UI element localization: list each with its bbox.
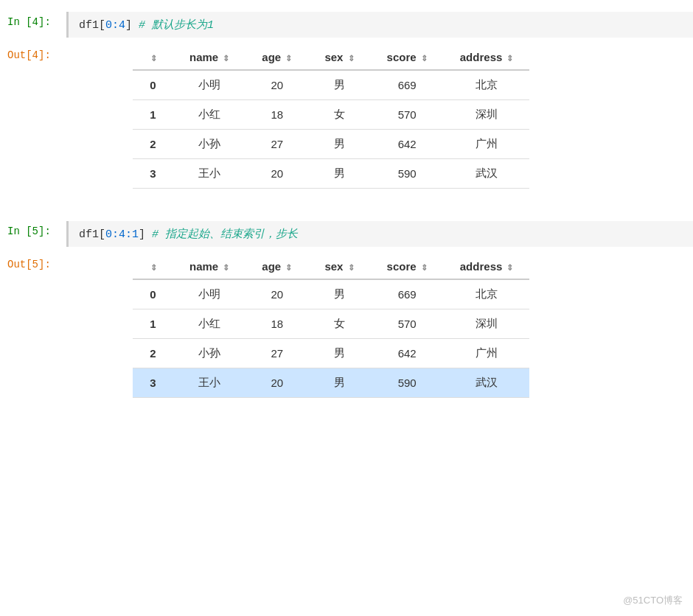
row-cell: 王小 xyxy=(173,368,245,398)
dataframe-table-cell4: ⇕name ⇕age ⇕sex ⇕score ⇕address ⇕0小明20男6… xyxy=(133,45,529,189)
row-cell: 男 xyxy=(308,130,370,159)
col-header-index[interactable]: ⇕ xyxy=(133,254,173,279)
code-box-cell4: df1[0:4] # 默认步长为1 xyxy=(66,12,693,38)
row-cell: 27 xyxy=(245,130,308,159)
col-header-age[interactable]: age ⇕ xyxy=(245,45,308,70)
row-cell: 590 xyxy=(371,368,444,398)
input-row-cell4: In [4]:df1[0:4] # 默认步长为1 xyxy=(0,7,693,42)
col-header-name[interactable]: name ⇕ xyxy=(173,45,245,70)
row-cell: 18 xyxy=(245,100,308,130)
code-text: ] xyxy=(125,19,132,32)
col-header-score[interactable]: score ⇕ xyxy=(371,45,444,70)
row-cell: 20 xyxy=(245,70,308,100)
code-text: df1[ xyxy=(79,228,105,241)
row-cell: 27 xyxy=(245,339,308,368)
col-header-score[interactable]: score ⇕ xyxy=(371,254,444,279)
row-cell: 男 xyxy=(308,159,370,189)
table-row: 1小红18女570深圳 xyxy=(133,100,529,130)
prompt-out-cell4: Out[4]: xyxy=(0,45,66,66)
prompt-out-cell5: Out[5]: xyxy=(0,254,66,275)
row-index: 1 xyxy=(133,100,173,130)
row-cell: 小明 xyxy=(173,70,245,100)
table-wrapper-cell5: ⇕name ⇕age ⇕sex ⇕score ⇕address ⇕0小明20男6… xyxy=(66,254,693,398)
col-header-address[interactable]: address ⇕ xyxy=(444,45,530,70)
code-comment: # 指定起始、结束索引，步长 xyxy=(145,228,298,241)
row-index: 1 xyxy=(133,309,173,339)
row-cell: 男 xyxy=(308,70,370,100)
row-cell: 小孙 xyxy=(173,339,245,368)
row-cell: 武汉 xyxy=(444,159,530,189)
table-row: 3王小20男590武汉 xyxy=(133,368,529,398)
row-cell: 570 xyxy=(371,309,444,339)
code-num: 0:4:1 xyxy=(105,228,139,241)
table-row: 0小明20男669北京 xyxy=(133,70,529,100)
row-cell: 王小 xyxy=(173,159,245,189)
table-wrapper-cell4: ⇕name ⇕age ⇕sex ⇕score ⇕address ⇕0小明20男6… xyxy=(66,45,693,189)
row-cell: 18 xyxy=(245,309,308,339)
row-cell: 北京 xyxy=(444,70,530,100)
code-comment: # 默认步长为1 xyxy=(132,19,214,32)
row-cell: 590 xyxy=(371,159,444,189)
col-header-index[interactable]: ⇕ xyxy=(133,45,173,70)
row-index: 0 xyxy=(133,70,173,100)
output-row-cell4: Out[4]:⇕name ⇕age ⇕sex ⇕score ⇕address ⇕… xyxy=(0,42,693,196)
prompt-in-cell5: In [5]: xyxy=(0,221,66,242)
row-cell: 男 xyxy=(308,279,370,309)
input-row-cell5: In [5]:df1[0:4:1] # 指定起始、结束索引，步长 xyxy=(0,217,693,251)
code-text: df1[ xyxy=(79,19,105,32)
table-row: 2小孙27男642广州 xyxy=(133,339,529,368)
row-cell: 深圳 xyxy=(444,100,530,130)
row-index: 3 xyxy=(133,368,173,398)
row-cell: 武汉 xyxy=(444,368,530,398)
row-cell: 小红 xyxy=(173,309,245,339)
row-index: 0 xyxy=(133,279,173,309)
row-cell: 北京 xyxy=(444,279,530,309)
row-cell: 男 xyxy=(308,368,370,398)
table-row: 0小明20男669北京 xyxy=(133,279,529,309)
row-cell: 广州 xyxy=(444,339,530,368)
col-header-sex[interactable]: sex ⇕ xyxy=(308,254,370,279)
col-header-address[interactable]: address ⇕ xyxy=(444,254,530,279)
row-index: 2 xyxy=(133,130,173,159)
row-index: 2 xyxy=(133,339,173,368)
row-cell: 男 xyxy=(308,339,370,368)
col-header-sex[interactable]: sex ⇕ xyxy=(308,45,370,70)
row-cell: 642 xyxy=(371,130,444,159)
table-row: 1小红18女570深圳 xyxy=(133,309,529,339)
code-box-cell5: df1[0:4:1] # 指定起始、结束索引，步长 xyxy=(66,221,693,247)
row-index: 3 xyxy=(133,159,173,189)
col-header-age[interactable]: age ⇕ xyxy=(245,254,308,279)
row-cell: 570 xyxy=(371,100,444,130)
output-row-cell5: Out[5]:⇕name ⇕age ⇕sex ⇕score ⇕address ⇕… xyxy=(0,251,693,405)
row-cell: 20 xyxy=(245,279,308,309)
row-cell: 20 xyxy=(245,368,308,398)
notebook: In [4]:df1[0:4] # 默认步长为1Out[4]:⇕name ⇕ag… xyxy=(0,7,693,419)
row-cell: 女 xyxy=(308,309,370,339)
cell-cell5: In [5]:df1[0:4:1] # 指定起始、结束索引，步长Out[5]:⇕… xyxy=(0,217,693,419)
row-cell: 小孙 xyxy=(173,130,245,159)
code-num: 0:4 xyxy=(105,19,125,32)
prompt-in-cell4: In [4]: xyxy=(0,12,66,32)
row-cell: 小明 xyxy=(173,279,245,309)
row-cell: 20 xyxy=(245,159,308,189)
row-cell: 女 xyxy=(308,100,370,130)
cell-cell4: In [4]:df1[0:4] # 默认步长为1Out[4]:⇕name ⇕ag… xyxy=(0,7,693,209)
row-cell: 669 xyxy=(371,70,444,100)
code-text: ] xyxy=(139,228,145,241)
row-cell: 广州 xyxy=(444,130,530,159)
col-header-name[interactable]: name ⇕ xyxy=(173,254,245,279)
row-cell: 深圳 xyxy=(444,309,530,339)
row-cell: 669 xyxy=(371,279,444,309)
table-row: 2小孙27男642广州 xyxy=(133,130,529,159)
row-cell: 小红 xyxy=(173,100,245,130)
dataframe-table-cell5: ⇕name ⇕age ⇕sex ⇕score ⇕address ⇕0小明20男6… xyxy=(133,254,529,398)
table-row: 3王小20男590武汉 xyxy=(133,159,529,189)
row-cell: 642 xyxy=(371,339,444,368)
